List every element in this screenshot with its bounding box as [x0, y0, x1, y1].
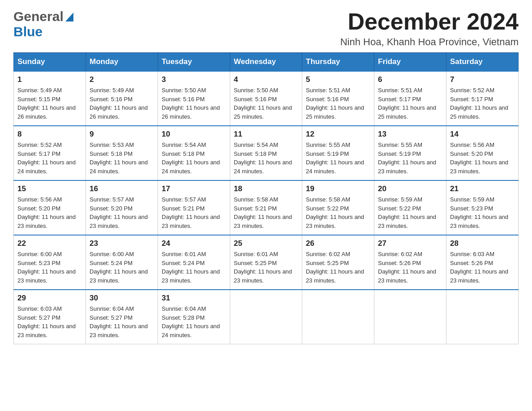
calendar-day-cell: 7 Sunrise: 5:52 AMSunset: 5:17 PMDayligh… [446, 71, 519, 126]
day-info: Sunrise: 6:01 AMSunset: 5:25 PMDaylight:… [234, 250, 298, 285]
day-info: Sunrise: 5:54 AMSunset: 5:18 PMDaylight:… [162, 141, 226, 176]
calendar-table: SundayMondayTuesdayWednesdayThursdayFrid… [13, 52, 519, 344]
day-number: 25 [234, 239, 298, 248]
day-info: Sunrise: 5:49 AMSunset: 5:15 PMDaylight:… [17, 86, 82, 121]
logo: General Blue [13, 9, 73, 39]
day-number: 9 [90, 130, 154, 139]
calendar-day-cell: 12 Sunrise: 5:55 AMSunset: 5:19 PMDaylig… [302, 126, 374, 180]
day-number: 28 [450, 239, 515, 248]
calendar-day-header: Monday [86, 53, 158, 72]
calendar-day-header: Friday [374, 53, 446, 72]
day-info: Sunrise: 5:50 AMSunset: 5:16 PMDaylight:… [234, 86, 298, 121]
calendar-day-cell: 11 Sunrise: 5:54 AMSunset: 5:18 PMDaylig… [230, 126, 302, 180]
day-number: 17 [162, 184, 226, 193]
calendar-week-row: 15 Sunrise: 5:56 AMSunset: 5:20 PMDaylig… [14, 180, 519, 235]
calendar-header-row: SundayMondayTuesdayWednesdayThursdayFrid… [14, 53, 519, 72]
day-info: Sunrise: 5:58 AMSunset: 5:21 PMDaylight:… [234, 195, 298, 230]
day-info: Sunrise: 5:57 AMSunset: 5:21 PMDaylight:… [162, 195, 226, 230]
calendar-day-header: Tuesday [158, 53, 230, 72]
day-info: Sunrise: 5:55 AMSunset: 5:19 PMDaylight:… [378, 141, 442, 176]
calendar-day-cell: 9 Sunrise: 5:53 AMSunset: 5:18 PMDayligh… [86, 126, 158, 180]
day-info: Sunrise: 5:55 AMSunset: 5:19 PMDaylight:… [306, 141, 370, 176]
day-number: 8 [17, 130, 82, 139]
calendar-week-row: 22 Sunrise: 6:00 AMSunset: 5:23 PMDaylig… [14, 235, 519, 290]
calendar-day-cell: 13 Sunrise: 5:55 AMSunset: 5:19 PMDaylig… [374, 126, 446, 180]
calendar-day-cell: 31 Sunrise: 6:04 AMSunset: 5:28 PMDaylig… [158, 290, 230, 344]
day-number: 22 [17, 239, 82, 248]
calendar-day-cell: 29 Sunrise: 6:03 AMSunset: 5:27 PMDaylig… [14, 290, 86, 344]
day-number: 19 [306, 184, 370, 193]
logo-blue-text: Blue [13, 24, 43, 39]
calendar-week-row: 8 Sunrise: 5:52 AMSunset: 5:17 PMDayligh… [14, 126, 519, 180]
day-info: Sunrise: 6:03 AMSunset: 5:26 PMDaylight:… [450, 250, 515, 285]
title-block: December 2024 Ninh Hoa, Khanh Hoa Provin… [340, 9, 519, 48]
calendar-day-cell: 5 Sunrise: 5:51 AMSunset: 5:16 PMDayligh… [302, 71, 374, 126]
calendar-day-cell: 6 Sunrise: 5:51 AMSunset: 5:17 PMDayligh… [374, 71, 446, 126]
calendar-day-cell [374, 290, 446, 344]
month-title: December 2024 [340, 9, 519, 34]
day-info: Sunrise: 5:50 AMSunset: 5:16 PMDaylight:… [162, 86, 226, 121]
day-info: Sunrise: 6:00 AMSunset: 5:23 PMDaylight:… [17, 250, 82, 285]
day-info: Sunrise: 5:56 AMSunset: 5:20 PMDaylight:… [17, 195, 82, 230]
day-info: Sunrise: 6:04 AMSunset: 5:28 PMDaylight:… [162, 304, 226, 339]
calendar-day-cell: 8 Sunrise: 5:52 AMSunset: 5:17 PMDayligh… [14, 126, 86, 180]
day-number: 31 [162, 294, 226, 303]
logo-triangle-icon [65, 13, 73, 23]
day-info: Sunrise: 5:49 AMSunset: 5:16 PMDaylight:… [90, 86, 154, 121]
day-info: Sunrise: 5:59 AMSunset: 5:23 PMDaylight:… [450, 195, 515, 230]
day-number: 10 [162, 130, 226, 139]
day-number: 3 [162, 75, 226, 84]
calendar-day-cell: 14 Sunrise: 5:56 AMSunset: 5:20 PMDaylig… [446, 126, 519, 180]
day-number: 1 [17, 75, 82, 84]
calendar-day-cell: 15 Sunrise: 5:56 AMSunset: 5:20 PMDaylig… [14, 180, 86, 235]
calendar-day-cell: 2 Sunrise: 5:49 AMSunset: 5:16 PMDayligh… [86, 71, 158, 126]
calendar-day-cell: 18 Sunrise: 5:58 AMSunset: 5:21 PMDaylig… [230, 180, 302, 235]
calendar-day-cell [230, 290, 302, 344]
day-number: 12 [306, 130, 370, 139]
svg-marker-0 [65, 13, 73, 21]
day-info: Sunrise: 5:52 AMSunset: 5:17 PMDaylight:… [450, 86, 515, 121]
day-number: 15 [17, 184, 82, 193]
calendar-day-cell: 21 Sunrise: 5:59 AMSunset: 5:23 PMDaylig… [446, 180, 519, 235]
calendar-day-cell: 19 Sunrise: 5:58 AMSunset: 5:22 PMDaylig… [302, 180, 374, 235]
day-number: 7 [450, 75, 515, 84]
day-info: Sunrise: 5:52 AMSunset: 5:17 PMDaylight:… [17, 141, 82, 176]
calendar-day-cell: 24 Sunrise: 6:01 AMSunset: 5:24 PMDaylig… [158, 235, 230, 290]
day-number: 2 [90, 75, 154, 84]
day-number: 16 [90, 184, 154, 193]
day-info: Sunrise: 5:54 AMSunset: 5:18 PMDaylight:… [234, 141, 298, 176]
logo-general-text: General [13, 9, 64, 24]
calendar-day-header: Wednesday [230, 53, 302, 72]
calendar-day-cell: 20 Sunrise: 5:59 AMSunset: 5:22 PMDaylig… [374, 180, 446, 235]
day-info: Sunrise: 5:51 AMSunset: 5:17 PMDaylight:… [378, 86, 442, 121]
calendar-day-cell: 23 Sunrise: 6:00 AMSunset: 5:24 PMDaylig… [86, 235, 158, 290]
day-number: 30 [90, 294, 154, 303]
day-number: 4 [234, 75, 298, 84]
day-number: 5 [306, 75, 370, 84]
day-info: Sunrise: 5:56 AMSunset: 5:20 PMDaylight:… [450, 141, 515, 176]
calendar-day-header: Sunday [14, 53, 86, 72]
day-info: Sunrise: 5:58 AMSunset: 5:22 PMDaylight:… [306, 195, 370, 230]
calendar-day-cell: 10 Sunrise: 5:54 AMSunset: 5:18 PMDaylig… [158, 126, 230, 180]
calendar-day-cell: 30 Sunrise: 6:04 AMSunset: 5:27 PMDaylig… [86, 290, 158, 344]
day-number: 13 [378, 130, 442, 139]
day-info: Sunrise: 5:51 AMSunset: 5:16 PMDaylight:… [306, 86, 370, 121]
calendar-day-cell: 16 Sunrise: 5:57 AMSunset: 5:20 PMDaylig… [86, 180, 158, 235]
calendar-day-cell [302, 290, 374, 344]
day-number: 6 [378, 75, 442, 84]
calendar-week-row: 1 Sunrise: 5:49 AMSunset: 5:15 PMDayligh… [14, 71, 519, 126]
calendar-day-cell: 4 Sunrise: 5:50 AMSunset: 5:16 PMDayligh… [230, 71, 302, 126]
day-info: Sunrise: 5:57 AMSunset: 5:20 PMDaylight:… [90, 195, 154, 230]
day-number: 18 [234, 184, 298, 193]
day-number: 26 [306, 239, 370, 248]
calendar-week-row: 29 Sunrise: 6:03 AMSunset: 5:27 PMDaylig… [14, 290, 519, 344]
day-number: 14 [450, 130, 515, 139]
day-number: 21 [450, 184, 515, 193]
calendar-day-cell: 27 Sunrise: 6:02 AMSunset: 5:26 PMDaylig… [374, 235, 446, 290]
calendar-day-header: Saturday [446, 53, 519, 72]
day-info: Sunrise: 6:02 AMSunset: 5:26 PMDaylight:… [378, 250, 442, 285]
calendar-day-cell: 3 Sunrise: 5:50 AMSunset: 5:16 PMDayligh… [158, 71, 230, 126]
day-info: Sunrise: 5:53 AMSunset: 5:18 PMDaylight:… [90, 141, 154, 176]
day-number: 29 [17, 294, 82, 303]
day-info: Sunrise: 6:00 AMSunset: 5:24 PMDaylight:… [90, 250, 154, 285]
